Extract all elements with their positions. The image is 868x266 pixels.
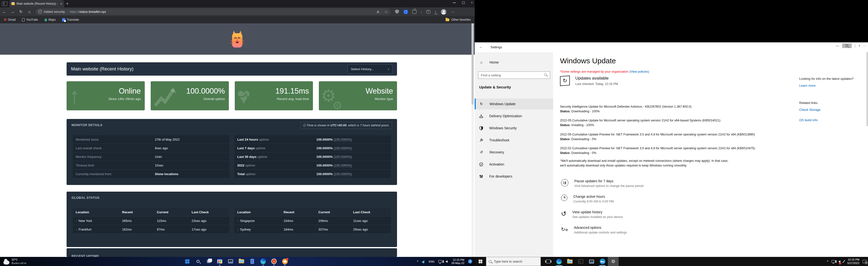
network-icon[interactable] [438,260,442,263]
bookmark-youtube[interactable]: YouTube [22,18,38,22]
learn-more-link[interactable]: Learn more [799,84,815,88]
search-button[interactable] [194,258,202,265]
sidebar-item-delivery-optimization[interactable]: Delivery Optimization [475,110,553,122]
settings-button[interactable]: ⚙ [608,257,619,266]
maximize-icon[interactable] [462,1,465,4]
pen-icon[interactable] [842,260,845,263]
home-icon[interactable]: ⌂ [25,10,34,14]
file-explorer-button[interactable] [238,258,245,265]
show-locations-link[interactable]: Show locations [155,172,226,176]
forward-icon[interactable]: → [8,10,17,14]
task-manager-button[interactable] [586,257,597,266]
last-checked-text: Last checked: Today, 10:15 PM [575,82,618,86]
start-button[interactable] [183,258,191,265]
reload-icon[interactable]: ↻ [17,9,25,14]
settings-scrollbar[interactable] [867,52,868,126]
close-icon[interactable]: × [471,1,473,4]
uptime-label: uptime: [255,146,266,150]
check-storage-link[interactable]: Check Storage [799,108,820,111]
weather-temp: 32°C [11,258,18,261]
cat-logo [229,30,245,48]
profile-avatar[interactable] [441,9,446,14]
tray-chevron-icon[interactable]: ^ [827,260,828,263]
minimize-icon[interactable] [453,2,456,3]
card-title: MONITOR DETAILS [71,123,102,127]
discord-button[interactable] [281,258,288,265]
os-build-info-link[interactable]: OS build info [799,118,817,122]
close-icon[interactable]: × [858,44,860,47]
tile-monitor-type: ⚙ ⚙ Website Monitor type [319,81,397,110]
tray-clock[interactable]: 10:15 PM5/27/2022 [847,258,859,265]
downloads-icon[interactable]: ↓ [435,10,437,14]
location-arrow-icon[interactable] [422,259,426,264]
change-active-hours-action[interactable]: Change active hoursCurrently 8:00 AM to … [561,195,614,203]
select-history-dropdown[interactable]: Select History... ∨ [348,64,393,74]
sidebar-item-windows-security[interactable]: Windows Security [475,123,553,133]
back-icon[interactable]: ← [0,10,8,14]
sidebar-item-activation[interactable]: Activation [475,159,553,170]
tile-caption: Overall uptime [156,97,225,101]
tray-chevron-icon[interactable]: ^ [417,260,418,263]
taskbar-icons: » [183,258,288,265]
url-host[interactable]: status.breadtm.xyz [79,10,106,13]
weather-widget[interactable]: 32°Cมีเมฆบางส่วน [3,258,26,265]
pause-updates-action[interactable]: Pause updates for 7 daysVisit Advanced o… [561,179,644,188]
extensions-puzzle-icon[interactable] [412,10,416,14]
view-policies-link[interactable]: (View policies) [629,70,649,73]
back-arrow-icon[interactable]: ← [479,44,483,49]
bookmark-translate[interactable]: Translate [62,18,79,22]
bookmark-gmail[interactable]: MGmail [4,18,16,22]
address-bar[interactable]: Added security | https://status.breadtm.… [35,8,391,15]
add-favorite-star-icon[interactable]: ☆ [384,10,388,14]
task-manager-button[interactable] [227,258,234,265]
tray-clock[interactable]: 12:15 PM28-May-22 [451,258,464,265]
other-favorites-button[interactable]: Other favorites [445,18,471,22]
password-manager-extension-icon[interactable] [403,10,408,14]
volume-muted-icon[interactable] [838,260,840,263]
store-button[interactable] [216,258,223,265]
language-indicator[interactable]: ENG [429,260,435,263]
read-aloud-icon[interactable]: A [377,10,379,14]
advanced-options-action[interactable]: ↻⚙ Advanced optionsAdditional update con… [561,226,627,234]
collections-icon[interactable] [426,10,430,13]
remote-desktop-button[interactable]: » [270,258,278,265]
bookmark-maps[interactable]: Maps [44,18,56,22]
tab-title: Main website (Recent History) - B [17,2,58,5]
notification-badge[interactable]: 3 [468,259,472,264]
taskbar-search-box[interactable]: Type here to search [486,257,541,266]
action-center-icon[interactable]: 1 [863,260,867,263]
tab-close-icon[interactable]: × [60,2,62,6]
edge-button[interactable] [259,258,267,265]
view-update-history-action[interactable]: ↺ View update historySee updates install… [561,210,623,219]
docker-button[interactable] [597,257,608,266]
adblock-extension-icon[interactable] [395,10,399,14]
command-prompt-button[interactable]: >_ [575,257,586,266]
volume-icon[interactable] [445,260,447,263]
browser-menu-icon[interactable]: ··· [451,10,455,14]
last-check: 23sec ago [192,219,226,223]
discord-icon [282,259,288,264]
phone-link-button[interactable] [249,258,256,265]
sidebar-item-recovery[interactable]: ↺ Recovery [475,147,553,158]
zoom-button[interactable] [842,43,852,48]
start-button[interactable] [475,257,486,266]
page-scrollbar-thumb[interactable] [471,23,474,105]
minimize-icon[interactable]: — [836,44,839,47]
new-tab-button[interactable]: + [66,1,68,6]
tab-actions-icon[interactable] [2,1,7,6]
edge-button[interactable] [554,257,564,266]
security-chip-label[interactable]: Added security [44,10,65,13]
sidebar-item-troubleshoot[interactable]: Troubleshoot [475,135,553,145]
folder-icon [445,19,449,21]
sidebar-item-home[interactable]: ⌂ Home [479,60,499,64]
sidebar-item-windows-update[interactable]: ↻ Windows Update [475,99,553,109]
task-view-button[interactable] [205,258,213,265]
network-icon[interactable] [832,260,835,263]
file-explorer-button[interactable] [564,257,575,266]
sidebar-item-for-developers[interactable]: For developers [475,171,553,182]
security-shield-icon[interactable] [38,10,42,13]
task-view-button[interactable] [543,257,554,266]
browser-tab[interactable]: Main website (Recent History) - B × [9,0,64,7]
find-a-setting-input[interactable] [478,71,550,79]
more-icon[interactable]: ··· [863,44,867,47]
